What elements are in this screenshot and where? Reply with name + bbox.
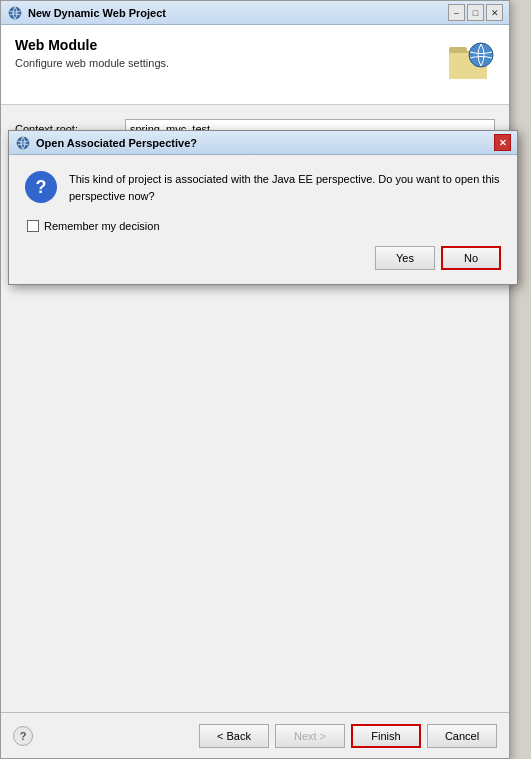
dialog-footer: ? < Back Next > Finish Cancel	[1, 712, 509, 758]
dialog-header: Web Module Configure web module settings…	[1, 25, 509, 105]
header-subtitle: Configure web module settings.	[15, 57, 437, 69]
yes-button[interactable]: Yes	[375, 246, 435, 270]
remember-row: Remember my decision	[27, 220, 501, 232]
close-button[interactable]: ✕	[486, 4, 503, 21]
header-text: Web Module Configure web module settings…	[15, 37, 437, 69]
back-button[interactable]: < Back	[199, 724, 269, 748]
next-button[interactable]: Next >	[275, 724, 345, 748]
overlay-body: ? This kind of project is associated wit…	[9, 155, 517, 284]
overlay-title-text: Open Associated Perspective?	[36, 137, 494, 149]
maximize-button[interactable]: □	[467, 4, 484, 21]
overlay-message: This kind of project is associated with …	[69, 171, 501, 204]
overlay-title-icon	[15, 135, 31, 151]
remember-checkbox[interactable]	[27, 220, 39, 232]
overlay-message-row: ? This kind of project is associated wit…	[25, 171, 501, 204]
overlay-footer: Yes No	[25, 246, 501, 270]
main-title-bar: New Dynamic Web Project – □ ✕	[1, 1, 509, 25]
svg-point-5	[17, 137, 29, 149]
svg-point-0	[9, 7, 21, 19]
cancel-button[interactable]: Cancel	[427, 724, 497, 748]
overlay-close-button[interactable]: ✕	[494, 134, 511, 151]
main-dialog: New Dynamic Web Project – □ ✕ Web Module…	[0, 0, 510, 759]
overlay-title-bar: Open Associated Perspective? ✕	[9, 131, 517, 155]
remember-label: Remember my decision	[44, 220, 160, 232]
main-title-text: New Dynamic Web Project	[28, 7, 448, 19]
question-icon: ?	[25, 171, 57, 203]
minimize-button[interactable]: –	[448, 4, 465, 21]
overlay-dialog: Open Associated Perspective? ✕ ? This ki…	[8, 130, 518, 285]
help-button[interactable]: ?	[13, 726, 33, 746]
main-title-icon	[7, 5, 23, 21]
finish-button[interactable]: Finish	[351, 724, 421, 748]
header-icon	[447, 37, 495, 85]
main-title-controls: – □ ✕	[448, 4, 503, 21]
header-title: Web Module	[15, 37, 437, 53]
svg-point-4	[469, 43, 493, 67]
no-button[interactable]: No	[441, 246, 501, 270]
svg-rect-2	[449, 47, 467, 53]
